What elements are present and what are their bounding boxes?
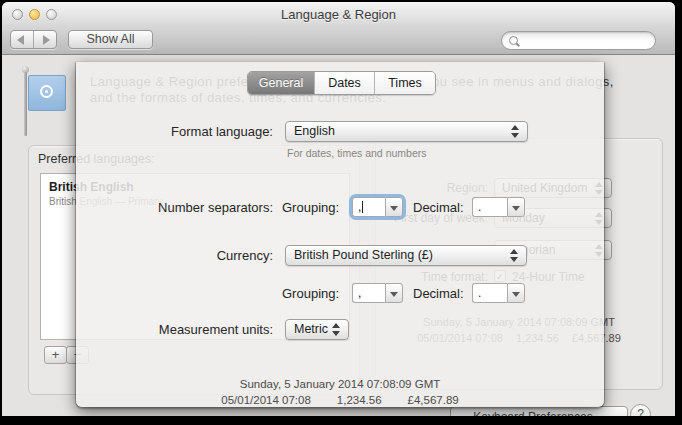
add-language-button[interactable]: +	[44, 346, 67, 364]
un-flag-icon	[28, 75, 66, 111]
decimal-label: Decimal:	[413, 200, 464, 215]
sheet-preview-line2: 05/01/2014 07:081,234.56£4,567.89	[76, 394, 604, 406]
sheet-preview-line1: Sunday, 5 January 2014 07:08:09 GMT	[76, 378, 604, 390]
stepper-icon	[332, 323, 341, 336]
dropdown-arrow-icon[interactable]	[385, 197, 403, 217]
preview-date: 05/01/2014 07:08	[221, 394, 311, 406]
stepper-icon	[510, 249, 519, 262]
grouping-label: Grouping:	[282, 200, 339, 215]
formats-sheet: General Dates Times Format language: Eng…	[76, 62, 604, 407]
dropdown-arrow-icon[interactable]	[507, 197, 525, 217]
help-button[interactable]: ?	[630, 404, 651, 416]
tab-times[interactable]: Times	[374, 72, 435, 94]
number-separators-label: Number separators:	[116, 200, 273, 215]
tab-general[interactable]: General	[248, 72, 314, 94]
currency-grouping-label: Grouping:	[282, 286, 339, 301]
currency-grouping-combo[interactable]: ,	[352, 283, 403, 303]
dropdown-arrow-icon[interactable]	[385, 283, 403, 303]
stepper-icon	[511, 125, 520, 138]
sheet-tabs: General Dates Times	[247, 71, 436, 95]
tab-dates[interactable]: Dates	[314, 72, 374, 94]
decimal-combo[interactable]: .	[472, 197, 525, 217]
currency-decimal-combo[interactable]: .	[472, 283, 525, 303]
format-language-note: For dates, times and numbers	[287, 147, 426, 159]
text-caret	[362, 201, 363, 213]
preview-number: 1,234.56	[337, 394, 382, 406]
currency-label: Currency:	[116, 248, 273, 263]
currency-decimal-label: Decimal:	[413, 286, 464, 301]
dropdown-arrow-icon[interactable]	[507, 283, 525, 303]
format-language-popup[interactable]: English	[285, 121, 528, 142]
preferences-window: Language & Region Show All Language & Re…	[2, 2, 675, 416]
currency-popup[interactable]: British Pound Sterling (£)	[285, 245, 527, 266]
format-language-label: Format language:	[116, 124, 273, 139]
measurement-units-label: Measurement units:	[116, 322, 273, 337]
keyboard-preferences-button[interactable]: Keyboard Preferences…	[450, 406, 628, 416]
grouping-combo[interactable]: ,	[352, 197, 403, 217]
measurement-units-popup[interactable]: Metric	[285, 319, 349, 340]
preview-currency: £4,567.89	[408, 394, 459, 406]
flag-pole	[24, 72, 27, 136]
